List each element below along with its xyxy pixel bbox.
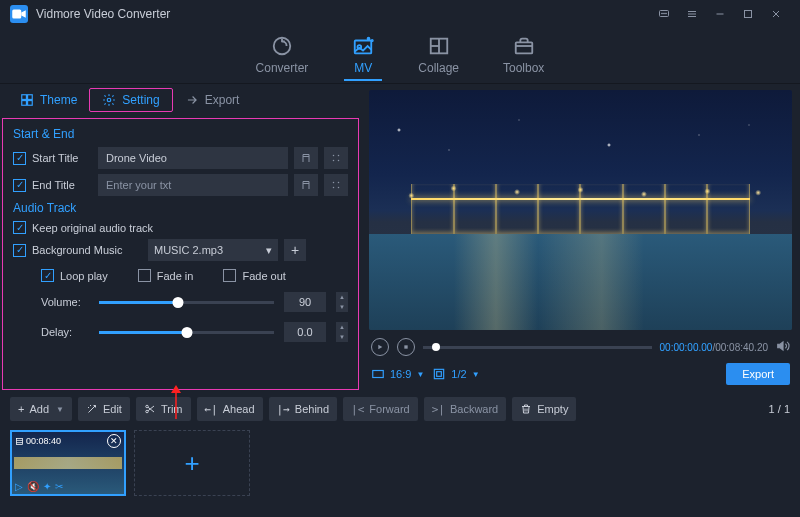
- chevron-down-icon: ▼: [56, 405, 64, 414]
- svg-point-15: [368, 37, 370, 39]
- svg-rect-38: [404, 345, 407, 348]
- keep-original-label: Keep original audio track: [32, 222, 153, 234]
- fadein-checkbox[interactable]: [138, 269, 151, 282]
- clip-remove-button[interactable]: ✕: [107, 434, 121, 448]
- collage-icon: [428, 35, 450, 57]
- volume-slider[interactable]: [99, 301, 274, 304]
- add-button[interactable]: +Add▼: [10, 397, 72, 421]
- minimize-button[interactable]: [706, 4, 734, 24]
- start-title-input[interactable]: [98, 147, 288, 169]
- seek-bar[interactable]: [423, 346, 652, 349]
- behind-icon: |→: [277, 403, 290, 416]
- tab-converter[interactable]: Converter: [248, 31, 317, 81]
- svg-point-4: [666, 13, 667, 14]
- settings-panel: Start & End Start Title End Title Audio …: [2, 118, 359, 390]
- annotation-arrow: [169, 385, 183, 419]
- ahead-button[interactable]: ←|Ahead: [197, 397, 263, 421]
- subtab-export[interactable]: Export: [173, 89, 252, 111]
- aspect-icon: [371, 367, 385, 381]
- add-clip-button[interactable]: +: [134, 430, 250, 496]
- play-button[interactable]: [371, 338, 389, 356]
- subtab-setting[interactable]: Setting: [89, 88, 172, 112]
- behind-button[interactable]: |→Behind: [269, 397, 338, 421]
- svg-rect-24: [22, 101, 27, 106]
- ahead-icon: ←|: [205, 403, 218, 416]
- svg-point-30: [338, 160, 340, 162]
- backward-button[interactable]: >|Backward: [424, 397, 507, 421]
- subtab-label: Export: [205, 93, 240, 107]
- svg-rect-40: [373, 371, 384, 378]
- keep-original-checkbox[interactable]: [13, 221, 26, 234]
- maximize-button[interactable]: [734, 4, 762, 24]
- svg-point-2: [662, 13, 663, 14]
- start-title-checkbox[interactable]: [13, 152, 26, 165]
- feedback-icon[interactable]: [650, 4, 678, 24]
- tab-collage[interactable]: Collage: [410, 31, 467, 81]
- tab-mv[interactable]: MV: [344, 31, 382, 81]
- stop-button[interactable]: [397, 338, 415, 356]
- clip-play-icon[interactable]: ▷: [15, 481, 23, 492]
- svg-rect-25: [28, 101, 33, 106]
- trash-icon: [520, 403, 532, 415]
- loop-checkbox[interactable]: [41, 269, 54, 282]
- add-music-button[interactable]: +: [284, 239, 306, 261]
- volume-value[interactable]: 90: [284, 292, 326, 312]
- tab-toolbox[interactable]: Toolbox: [495, 31, 552, 81]
- clip-effects-icon[interactable]: ✦: [43, 481, 51, 492]
- scissors-icon: [144, 403, 156, 415]
- fadein-label: Fade in: [157, 270, 194, 282]
- fadeout-checkbox[interactable]: [223, 269, 236, 282]
- svg-rect-42: [437, 372, 442, 377]
- svg-rect-0: [12, 10, 21, 19]
- zoom-select[interactable]: 1/2 ▼: [432, 367, 479, 381]
- delay-value[interactable]: 0.0: [284, 322, 326, 342]
- clip-mute-icon[interactable]: 🔇: [27, 481, 39, 492]
- tab-label: Converter: [256, 61, 309, 75]
- aspect-ratio-select[interactable]: 16:9 ▼: [371, 367, 424, 381]
- chevron-down-icon: ▼: [416, 370, 424, 379]
- titlebar: Vidmore Video Converter: [0, 0, 800, 28]
- volume-icon[interactable]: [776, 339, 790, 356]
- bg-music-select[interactable]: MUSIC 2.mp3 ▾: [148, 239, 278, 261]
- zoom-value: 1/2: [451, 368, 466, 380]
- delay-slider[interactable]: [99, 331, 274, 334]
- bg-music-checkbox[interactable]: [13, 244, 26, 257]
- subtab-theme[interactable]: Theme: [8, 89, 89, 111]
- chevron-down-icon: ▼: [472, 370, 480, 379]
- svg-rect-22: [22, 95, 27, 100]
- start-title-font-button[interactable]: [294, 147, 318, 169]
- svg-point-33: [333, 187, 335, 189]
- svg-point-3: [664, 13, 665, 14]
- gear-icon: [102, 93, 116, 107]
- tab-label: Collage: [418, 61, 459, 75]
- forward-button[interactable]: |<Forward: [343, 397, 418, 421]
- loop-label: Loop play: [60, 270, 108, 282]
- svg-rect-41: [435, 369, 444, 378]
- menu-icon[interactable]: [678, 4, 706, 24]
- start-title-more-button[interactable]: [324, 147, 348, 169]
- volume-spinner[interactable]: ▲▼: [336, 292, 348, 312]
- empty-button[interactable]: Empty: [512, 397, 576, 421]
- edit-button[interactable]: Edit: [78, 397, 130, 421]
- section-start-end: Start & End: [13, 127, 348, 141]
- delay-spinner[interactable]: ▲▼: [336, 322, 348, 342]
- end-title-font-button[interactable]: [294, 174, 318, 196]
- end-title-more-button[interactable]: [324, 174, 348, 196]
- chevron-down-icon: ▾: [266, 244, 272, 257]
- start-title-label: Start Title: [32, 152, 92, 164]
- zoom-icon: [432, 367, 446, 381]
- export-button[interactable]: Export: [726, 363, 790, 385]
- close-button[interactable]: [762, 4, 790, 24]
- clip-thumbnail[interactable]: 00:08:40 ✕ ▷ 🔇 ✦ ✂: [10, 430, 126, 496]
- svg-point-43: [146, 405, 149, 408]
- end-title-input[interactable]: [98, 174, 288, 196]
- svg-rect-9: [745, 11, 752, 18]
- end-title-checkbox[interactable]: [13, 179, 26, 192]
- playbar: 00:00:00.00/00:08:40.20: [369, 334, 792, 360]
- video-preview[interactable]: [369, 90, 792, 330]
- volume-label: Volume:: [41, 296, 89, 308]
- clip-trim-icon[interactable]: ✂: [55, 481, 63, 492]
- export-icon: [185, 93, 199, 107]
- format-bar: 16:9 ▼ 1/2 ▼ Export: [369, 360, 792, 388]
- fadeout-label: Fade out: [242, 270, 285, 282]
